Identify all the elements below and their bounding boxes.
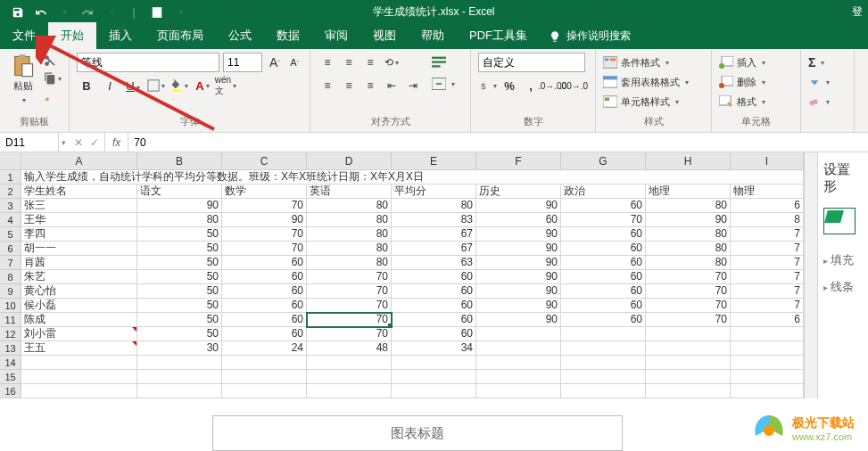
row-header[interactable]: 11 [0,313,21,327]
data-cell[interactable]: 50 [137,270,222,284]
data-cell[interactable]: 80 [392,199,476,213]
name-cell[interactable]: 肖茜 [21,256,137,270]
empty-cell[interactable] [392,384,476,398]
data-cell[interactable]: 80 [307,242,392,256]
data-cell[interactable]: 7 [731,256,804,270]
data-cell[interactable]: 90 [476,256,561,270]
underline-button[interactable]: U [123,76,143,95]
data-cell[interactable]: 80 [307,199,392,213]
data-cell[interactable]: 60 [222,284,307,299]
select-all-button[interactable] [0,152,21,170]
empty-cell[interactable] [476,370,561,384]
conditional-format-button[interactable]: 条件格式 [603,53,704,72]
data-cell[interactable]: 70 [307,299,392,313]
data-cell[interactable]: 50 [137,227,222,242]
data-cell[interactable]: 50 [137,242,222,256]
data-cell[interactable]: 7 [731,242,804,256]
row-header[interactable]: 16 [0,384,21,398]
empty-cell[interactable] [476,384,561,398]
data-cell[interactable]: 6 [731,199,804,213]
data-cell[interactable]: 7 [731,270,804,284]
fill-button[interactable] [808,72,847,92]
empty-cell[interactable] [307,370,392,384]
data-cell[interactable]: 90 [476,313,561,327]
data-cell[interactable]: 60 [392,299,476,313]
data-cell[interactable]: 90 [476,242,561,256]
data-cell[interactable]: 80 [307,213,392,227]
empty-cell[interactable] [392,370,476,384]
data-cell[interactable]: 6 [731,313,804,327]
data-cell[interactable]: 60 [392,327,476,341]
fill-color-button[interactable] [169,76,189,95]
name-cell[interactable]: 胡一一 [21,242,137,256]
header-cell[interactable]: 平均分 [392,184,476,199]
indent-increase-button[interactable]: ⇥ [403,76,423,95]
data-cell[interactable]: 60 [561,270,646,284]
align-middle-button[interactable]: ≡ [339,53,359,72]
empty-cell[interactable] [561,356,646,370]
data-cell[interactable]: 90 [476,284,561,299]
name-cell[interactable]: 刘小雷 [21,327,137,341]
header-cell[interactable]: 政治 [561,184,646,199]
data-cell[interactable] [561,341,646,356]
line-section[interactable]: 线条 [823,274,863,300]
name-cell[interactable]: 王华 [21,213,137,227]
data-cell[interactable]: 50 [137,284,222,299]
clear-button[interactable] [808,92,847,111]
data-cell[interactable]: 60 [561,199,646,213]
wrap-text-button[interactable] [428,53,459,72]
name-cell[interactable]: 黄心怡 [21,284,137,299]
print-preview-icon[interactable] [146,3,168,22]
data-cell[interactable]: 90 [476,227,561,242]
column-header[interactable]: F [476,152,561,170]
data-cell[interactable]: 60 [222,256,307,270]
data-cell[interactable]: 7 [731,299,804,313]
column-header[interactable]: E [392,152,476,170]
merge-button[interactable] [428,74,459,94]
data-cell[interactable]: 50 [137,327,222,341]
format-table-button[interactable]: 套用表格格式 [603,72,704,92]
data-cell[interactable]: 60 [561,284,646,299]
header-cell[interactable]: 地理 [646,184,731,199]
data-cell[interactable]: 80 [646,227,731,242]
header-cell[interactable]: 学生姓名 [21,184,137,199]
paste-button[interactable]: 粘贴 [7,53,38,105]
login-button[interactable]: 登 [852,4,868,20]
format-painter-button[interactable] [44,88,62,104]
data-cell[interactable]: 60 [392,270,476,284]
bold-button[interactable]: B [77,76,96,95]
row-header[interactable]: 9 [0,284,21,299]
undo-icon[interactable] [30,3,52,22]
italic-button[interactable]: I [100,76,120,95]
vertical-scrollbar[interactable] [804,152,817,398]
name-box[interactable] [0,133,59,152]
format-cells-button[interactable]: 格式 [719,92,793,111]
row-header[interactable]: 15 [0,370,21,384]
qat-customize-icon[interactable] [169,3,191,22]
data-cell[interactable]: 83 [392,213,476,227]
grid[interactable]: ABCDEFGHI 12345678910111213141516 输入学生成绩… [0,152,804,398]
data-cell[interactable]: 7 [731,227,804,242]
redo-dropdown-icon[interactable] [100,3,121,22]
data-cell[interactable]: 90 [222,213,307,227]
enter-button[interactable]: ✓ [90,136,99,149]
row-header[interactable]: 3 [0,199,21,213]
row-header[interactable]: 7 [0,256,21,270]
data-cell[interactable]: 8 [731,213,804,227]
data-cell[interactable]: 90 [476,299,561,313]
shrink-font-button[interactable]: Aˇ [285,53,303,71]
data-cell[interactable] [646,341,731,356]
data-cell[interactable]: 50 [137,299,222,313]
data-cell[interactable] [476,341,561,356]
data-cell[interactable]: 70 [222,199,307,213]
data-cell[interactable]: 80 [646,242,731,256]
tab-view[interactable]: 视图 [360,22,409,49]
empty-cell[interactable] [646,370,731,384]
tab-page-layout[interactable]: 页面布局 [145,22,216,49]
save-icon[interactable] [7,3,29,22]
data-cell[interactable]: 70 [646,270,731,284]
data-cell[interactable]: 60 [222,270,307,284]
font-color-button[interactable]: A [193,76,212,95]
name-cell[interactable]: 王五 [21,341,137,356]
data-cell[interactable]: 70 [561,213,646,227]
